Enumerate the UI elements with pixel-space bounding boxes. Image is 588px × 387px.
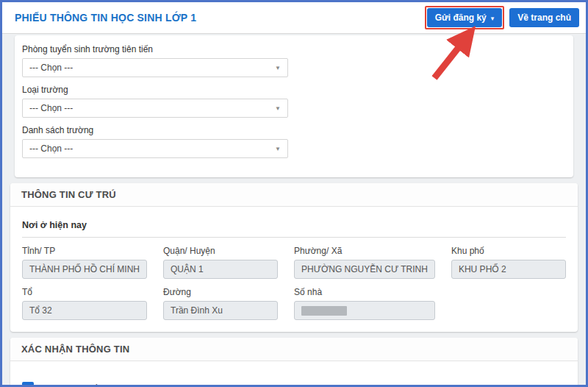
annotation-highlight-box: Gửi đăng ký ▾	[425, 6, 505, 29]
school-type-select[interactable]: --- Chọn --- ▼	[22, 99, 288, 118]
residence-section-title: THÔNG TIN CƯ TRÚ	[10, 183, 578, 207]
street-label: Đường	[163, 287, 278, 297]
confirmation-card-body: ✓ Tôi xin cam kết khai báo đúng thông ti…	[10, 361, 578, 387]
group-unit-input: Tổ 32	[22, 301, 147, 320]
submit-registration-label: Gửi đăng ký	[435, 13, 487, 23]
confirmation-card: XÁC NHẬN THÔNG TIN ✓ Tôi xin cam kết kha…	[10, 338, 578, 387]
school-type-label: Loại trường	[22, 85, 566, 95]
header-actions: Gửi đăng ký ▾ Về trang chủ	[425, 6, 579, 29]
residence-card: THÔNG TIN CƯ TRÚ Nơi ở hiện nay Tỉnh/ TP…	[10, 183, 578, 332]
school-selection-card: Phòng tuyển sinh trường tiên tiến --- Ch…	[15, 35, 573, 177]
admission-office-select-value: --- Chọn ---	[29, 63, 73, 73]
submit-registration-button[interactable]: Gửi đăng ký ▾	[427, 8, 503, 27]
field-quarter: Khu phố KHU PHỐ 2	[451, 246, 566, 279]
current-residence-subtitle: Nơi ở hiện nay	[22, 220, 566, 230]
divider	[22, 237, 566, 238]
province-label: Tỉnh/ TP	[22, 246, 147, 256]
confirmation-section-title: XÁC NHẬN THÔNG TIN	[10, 338, 578, 361]
registration-form-window: PHIẾU THÔNG TIN HỌC SINH LỚP 1 Gửi đăng …	[0, 0, 588, 387]
residence-fields-grid: Tỉnh/ TP THÀNH PHỐ HỒ CHÍ MINH Quận/ Huy…	[22, 246, 566, 320]
ward-label: Phường/ Xã	[294, 246, 435, 256]
redacted-value	[301, 306, 347, 316]
school-type-select-value: --- Chọn ---	[29, 103, 73, 113]
home-button[interactable]: Về trang chủ	[509, 8, 579, 27]
residence-card-body: Nơi ở hiện nay Tỉnh/ TP THÀNH PHỐ HỒ CHÍ…	[10, 207, 578, 332]
quarter-label: Khu phố	[451, 246, 566, 256]
field-district: Quận/ Huyện QUẬN 1	[163, 246, 278, 279]
group-unit-label: Tổ	[22, 287, 147, 297]
field-house-number: Số nhà	[294, 287, 435, 320]
page-content: Phòng tuyển sinh trường tiên tiến --- Ch…	[2, 34, 586, 387]
street-input: Trần Đình Xu	[163, 301, 278, 320]
house-number-label: Số nhà	[294, 287, 435, 297]
check-icon: ✓	[24, 383, 32, 387]
district-input: QUẬN 1	[163, 260, 278, 279]
field-group-unit: Tổ Tổ 32	[22, 287, 147, 320]
admission-office-select[interactable]: --- Chọn --- ▼	[22, 58, 288, 77]
commitment-row: ✓ Tôi xin cam kết khai báo đúng thông ti…	[22, 382, 566, 387]
house-number-input	[294, 301, 435, 320]
caret-down-icon: ▾	[491, 15, 495, 22]
caret-down-icon: ▼	[275, 105, 281, 112]
page-title: PHIẾU THÔNG TIN HỌC SINH LỚP 1	[15, 12, 196, 24]
school-list-label: Danh sách trường	[22, 125, 566, 135]
district-label: Quận/ Huyện	[163, 246, 278, 256]
province-input: THÀNH PHỐ HỒ CHÍ MINH	[22, 260, 147, 279]
empty-cell	[451, 287, 566, 320]
field-group-school-type: Loại trường --- Chọn --- ▼	[22, 85, 566, 118]
admission-office-label: Phòng tuyển sinh trường tiên tiến	[22, 44, 566, 54]
field-group-admission-office: Phòng tuyển sinh trường tiên tiến --- Ch…	[22, 44, 566, 77]
school-list-select-value: --- Chọn ---	[29, 143, 73, 154]
quarter-input: KHU PHỐ 2	[451, 260, 566, 279]
caret-down-icon: ▼	[275, 65, 281, 71]
ward-input: PHƯỜNG NGUYỄN CƯ TRINH	[294, 260, 435, 279]
commitment-label: Tôi xin cam kết khai báo đúng thông tin …	[40, 382, 406, 387]
field-province: Tỉnh/ TP THÀNH PHỐ HỒ CHÍ MINH	[22, 246, 147, 279]
commitment-checkbox[interactable]: ✓	[22, 382, 34, 387]
field-group-school-list: Danh sách trường --- Chọn --- ▼	[22, 125, 566, 158]
page-header: PHIẾU THÔNG TIN HỌC SINH LỚP 1 Gửi đăng …	[2, 2, 586, 34]
field-ward: Phường/ Xã PHƯỜNG NGUYỄN CƯ TRINH	[294, 246, 435, 279]
school-list-select[interactable]: --- Chọn --- ▼	[22, 139, 288, 158]
caret-down-icon: ▼	[275, 146, 281, 152]
field-street: Đường Trần Đình Xu	[163, 287, 278, 320]
